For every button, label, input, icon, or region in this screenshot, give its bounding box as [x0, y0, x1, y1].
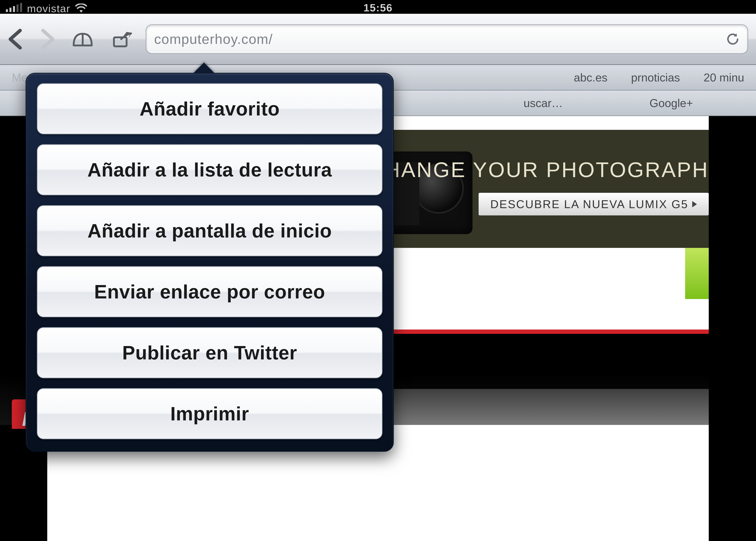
bm-item[interactable]: uscar… [523, 96, 563, 110]
forward-button[interactable] [31, 14, 63, 65]
ad-cta-label: DESCUBRE LA NUEVA LUMIX G5 [490, 198, 688, 211]
bm-item[interactable]: Google+ [649, 96, 693, 110]
url-text: computerhoy.com/ [154, 31, 273, 47]
menu-mail-link[interactable]: Enviar enlace por correo [37, 266, 383, 317]
ad-headline: CHANGE YOUR PHOTOGRAPH [368, 157, 709, 182]
ad-cta-button[interactable]: DESCUBRE LA NUEVA LUMIX G5 [479, 193, 709, 216]
bm-item[interactable]: 20 minu [704, 71, 744, 84]
screen: movistar 15:56 [0, 0, 756, 541]
share-button[interactable] [102, 14, 142, 65]
browser-toolbar: computerhoy.com/ [0, 14, 756, 65]
menu-add-reading-list[interactable]: Añadir a la lista de lectura [37, 144, 383, 195]
bm-item[interactable]: abc.es [574, 71, 608, 84]
bookmarks-button[interactable] [63, 14, 102, 65]
popover-body: Añadir favorito Añadir a la lista de lec… [26, 73, 394, 452]
back-button[interactable] [0, 14, 31, 65]
clock: 15:56 [0, 2, 756, 14]
menu-tweet[interactable]: Publicar en Twitter [37, 327, 383, 378]
address-bar[interactable]: computerhoy.com/ [146, 24, 748, 54]
share-popover: Añadir favorito Añadir a la lista de lec… [26, 73, 394, 452]
menu-print[interactable]: Imprimir [37, 388, 383, 439]
play-triangle-icon [692, 201, 697, 207]
popover-arrow-icon [193, 63, 215, 74]
menu-add-homescreen[interactable]: Añadir a pantalla de inicio [37, 205, 383, 256]
green-widget [685, 248, 709, 299]
svg-rect-0 [114, 37, 127, 46]
bm-item[interactable]: prnoticias [631, 71, 680, 84]
reload-icon[interactable] [726, 32, 740, 46]
status-bar: movistar 15:56 [0, 0, 756, 14]
menu-add-bookmark[interactable]: Añadir favorito [37, 83, 383, 134]
